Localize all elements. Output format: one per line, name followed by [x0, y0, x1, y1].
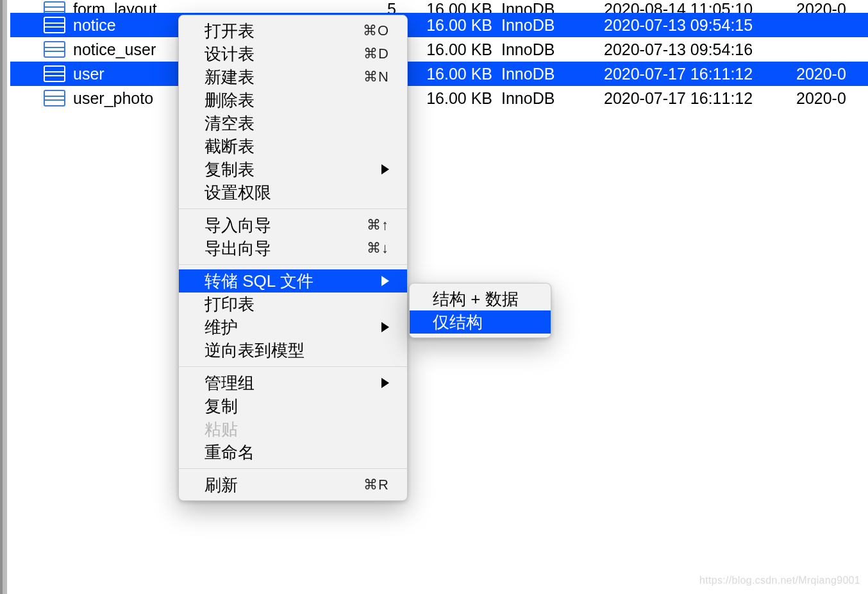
menu-separator [179, 468, 407, 469]
menu-paste: 粘贴 [179, 418, 407, 441]
menu-new-table[interactable]: 新建表⌘N [179, 65, 407, 89]
table-row[interactable]: notice_user 16.00 KB InnoDB 2020-07-13 0… [10, 37, 868, 62]
table-size: 16.00 KB [422, 16, 501, 35]
menu-copy[interactable]: 复制 [179, 395, 407, 418]
table-row[interactable]: user_photo 16.00 KB InnoDB 2020-07-17 16… [10, 86, 868, 110]
menu-export-wizard[interactable]: 导出向导⌘↓ [179, 237, 407, 260]
table-icon [44, 65, 65, 82]
menu-duplicate-table[interactable]: 复制表 [179, 158, 407, 181]
menu-set-privileges[interactable]: 设置权限 [179, 181, 407, 204]
table-icon [44, 17, 65, 33]
table-engine: InnoDB [501, 0, 604, 13]
table-engine: InnoDB [501, 40, 604, 59]
menu-dump-sql[interactable]: 转储 SQL 文件 [179, 269, 407, 293]
table-name: form_layout [73, 0, 157, 13]
watermark: https://blog.csdn.net/Mrqiang9001 [699, 575, 860, 586]
table-rows: 5 [324, 0, 422, 13]
table-created: 2020-07-17 16:11:12 [604, 65, 796, 83]
table-row[interactable]: notice 16.00 KB InnoDB 2020-07-13 09:54:… [10, 13, 868, 37]
submenu-structure-only[interactable]: 仅结构 [410, 310, 551, 334]
menu-separator [179, 264, 407, 265]
menu-maintain[interactable]: 维护 [179, 316, 407, 339]
table-icon [44, 41, 65, 58]
submenu-arrow-icon [381, 378, 389, 388]
table-row[interactable]: user 16.00 KB InnoDB 2020-07-17 16:11:12… [10, 62, 868, 86]
menu-separator [179, 366, 407, 367]
menu-print-table[interactable]: 打印表 [179, 293, 407, 316]
menu-rename[interactable]: 重命名 [179, 441, 407, 464]
table-size: 16.00 KB [422, 40, 501, 59]
table-engine: InnoDB [501, 16, 604, 35]
context-menu: 打开表⌘O 设计表⌘D 新建表⌘N 删除表 清空表 截断表 复制表 设置权限 导… [178, 15, 408, 501]
table-name: user [73, 65, 104, 83]
table-created: 2020-07-13 09:54:16 [604, 40, 796, 59]
table-created: 2020-07-17 16:11:12 [604, 89, 796, 108]
menu-empty-table[interactable]: 清空表 [179, 112, 407, 135]
table-name: user_photo [73, 89, 153, 108]
submenu-structure-data[interactable]: 结构 + 数据 [410, 287, 551, 310]
window-left-border [0, 0, 10, 594]
table-created: 2020-08-14 11:05:10 [604, 0, 796, 13]
table-engine: InnoDB [501, 65, 604, 83]
menu-import-wizard[interactable]: 导入向导⌘↑ [179, 214, 407, 237]
menu-truncate-table[interactable]: 截断表 [179, 135, 407, 158]
menu-design-table[interactable]: 设计表⌘D [179, 42, 407, 65]
table-name: notice_user [73, 40, 156, 59]
submenu-arrow-icon [381, 322, 389, 332]
table-engine: InnoDB [501, 89, 604, 108]
table-size: 16.00 KB [422, 89, 501, 108]
table-name: notice [73, 16, 116, 35]
table-updated: 2020-0 [796, 89, 868, 108]
table-updated: 2020-0 [796, 0, 868, 13]
menu-open-table[interactable]: 打开表⌘O [179, 19, 407, 42]
menu-refresh[interactable]: 刷新⌘R [179, 473, 407, 496]
table-size: 16.00 KB [422, 65, 501, 83]
menu-manage-group[interactable]: 管理组 [179, 371, 407, 395]
menu-reverse-to-model[interactable]: 逆向表到模型 [179, 339, 407, 362]
table-updated: 2020-0 [796, 65, 868, 83]
submenu-arrow-icon [381, 164, 389, 174]
table-row[interactable]: form_layout 5 16.00 KB InnoDB 2020-08-14… [10, 0, 868, 13]
submenu-arrow-icon [381, 276, 389, 286]
table-size: 16.00 KB [422, 0, 501, 13]
table-icon [44, 1, 65, 13]
table-created: 2020-07-13 09:54:15 [604, 16, 796, 35]
menu-delete-table[interactable]: 删除表 [179, 89, 407, 112]
table-list: form_layout 5 16.00 KB InnoDB 2020-08-14… [10, 0, 868, 110]
menu-separator [179, 208, 407, 209]
table-icon [44, 90, 65, 106]
dump-sql-submenu: 结构 + 数据 仅结构 [409, 283, 551, 338]
